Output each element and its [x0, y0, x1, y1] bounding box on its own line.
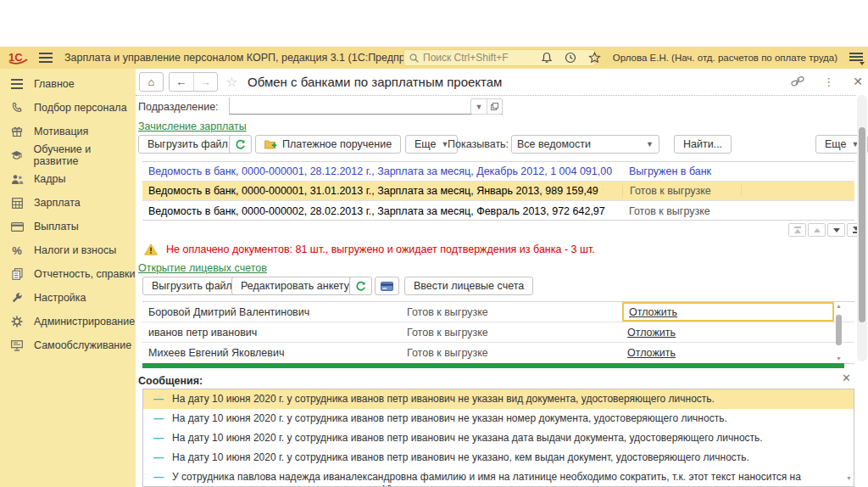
go-first-button[interactable] [788, 223, 806, 237]
message-item-selected[interactable]: — На дату 10 июня 2020 г. у сотрудника и… [143, 389, 854, 409]
favorites-star-icon[interactable] [588, 52, 601, 64]
employee-status: Готов к выгрузке [400, 306, 622, 318]
sidebar-item-kadry[interactable]: Кадры [0, 167, 136, 191]
statement-status: Готов к выгрузке [622, 205, 742, 217]
statement-row[interactable]: Ведомость в банк, 0000-000002, 28.02.201… [142, 201, 854, 221]
statement-status: Готов к выгрузке [622, 185, 742, 197]
graduation-cap-icon [10, 148, 24, 162]
sidebar-item-nastroika[interactable]: Настройка [0, 286, 136, 310]
sidebar-nav: Главное Подбор персонала Мотивация Обуче… [0, 69, 136, 487]
sidebar-item-otchetnost[interactable]: Отчетность, справки [0, 262, 136, 286]
department-open-icon[interactable] [487, 99, 502, 114]
statements-table: Ведомость в банк, 0000-000001, 28.12.201… [142, 161, 854, 221]
employee-status: Готов к выгрузке [400, 347, 622, 359]
close-form-icon[interactable]: ✕ [853, 75, 863, 88]
sidebar-item-obuchenie[interactable]: Обучение и развитие [0, 143, 136, 167]
more-menu-icon[interactable]: ⋮ [823, 76, 834, 88]
warning-icon [144, 244, 158, 255]
terminal-icon [10, 339, 24, 352]
message-item[interactable]: — На дату 10 июня 2020 г. у сотрудника и… [143, 409, 854, 428]
search-placeholder: Поиск Ctrl+Shift+F [423, 52, 509, 64]
statement-status: Выгружен в банк [622, 165, 742, 177]
message-dash-icon: — [153, 432, 172, 445]
forward-button[interactable]: → [194, 73, 218, 91]
sidebar-item-motivacia[interactable]: Мотивация [0, 120, 136, 143]
message-dash-icon: — [153, 471, 172, 484]
history-clock-icon[interactable] [565, 52, 576, 64]
department-dropdown-icon[interactable]: ▼ [471, 99, 487, 114]
edit-questionnaire-button[interactable]: Редактировать анкету [231, 277, 359, 295]
gift-icon [10, 125, 24, 138]
app-title: Зарплата и управление персоналом КОРП, р… [64, 52, 437, 64]
refresh-button[interactable] [229, 135, 252, 154]
messages-scroll-down-icon[interactable]: ▼ [846, 475, 852, 481]
messages-label: Сообщения: [138, 375, 203, 387]
form-scrollbar[interactable] [857, 95, 867, 361]
employees-table: Боровой Дмитрий Валентинович Готов к выг… [142, 301, 854, 364]
bank-exchange-form: ⌂ ← → ☆ Обмен с банками по зарплатным пр… [136, 69, 868, 487]
message-item[interactable]: — У сотрудника павлова надежда иваналекс… [143, 467, 854, 487]
find-button[interactable]: Найти... [674, 135, 732, 154]
message-item[interactable]: — На дату 10 июня 2020 г. у сотрудника и… [143, 448, 854, 467]
top-application-bar: 1С Зарплата и управление персоналом КОРП… [0, 47, 868, 69]
message-dash-icon: — [153, 393, 172, 406]
service-menu-icon[interactable] [849, 53, 863, 63]
employee-name: Боровой Дмитрий Валентинович [142, 306, 400, 318]
employee-row[interactable]: иванов петр иванович Готов к выгрузке От… [142, 322, 854, 343]
defer-cell-focused: Отложить [622, 302, 834, 322]
search-icon [409, 53, 419, 63]
statement-row-selected[interactable]: Ведомость в банк, 0000-000001, 31.01.201… [142, 182, 854, 201]
main-menu-icon[interactable] [39, 53, 53, 63]
sidebar-item-administrirovanie[interactable]: Администрирование [0, 310, 136, 333]
sidebar-item-glavnoe[interactable]: Главное [0, 72, 136, 96]
get-link-icon[interactable] [791, 76, 804, 87]
home-button[interactable]: ⌂ [139, 72, 164, 92]
bank-card-icon [10, 220, 24, 233]
notifications-bell-icon[interactable] [541, 52, 553, 64]
go-next-button[interactable] [827, 223, 845, 237]
accounts-opening-link[interactable]: Открытие лицевых счетов [138, 262, 267, 274]
sidebar-item-podbor-personala[interactable]: Подбор персонала [0, 96, 136, 120]
defer-link[interactable]: Отложить [627, 347, 676, 359]
accounts-toolbar: Выгрузить файл Редактировать анкету Ввес… [138, 277, 732, 297]
sidebar-item-zarplata[interactable]: Зарплата [0, 191, 136, 215]
show-filter-select[interactable]: Все ведомости▼ [511, 135, 659, 154]
message-item[interactable]: — На дату 10 июня 2020 г. у сотрудника и… [143, 428, 854, 448]
show-filter-label: Показывать: [448, 138, 509, 150]
form-scrollbar-thumb[interactable] [859, 127, 865, 322]
wrench-icon [10, 291, 24, 305]
refresh-button2[interactable] [349, 277, 372, 295]
employee-name: Михеев Евгений Яковлевич [142, 347, 400, 359]
statement-row[interactable]: Ведомость в банк, 0000-000001, 28.12.201… [142, 162, 854, 182]
department-label: Подразделение: [138, 101, 219, 113]
sidebar-item-vyplaty[interactable]: Выплаты [0, 215, 136, 238]
favorite-star-icon[interactable]: ☆ [225, 74, 237, 90]
back-button[interactable]: ← [170, 73, 194, 91]
employee-row[interactable]: Боровой Дмитрий Валентинович Готов к выг… [142, 302, 854, 322]
export-file-button[interactable]: Выгрузить файл [138, 135, 237, 154]
application-window: 1С Зарплата и управление персоналом КОРП… [0, 0, 868, 487]
percent-icon: % [10, 244, 24, 257]
sidebar-item-nalogi[interactable]: % Налоги и взносы [0, 238, 136, 262]
export-file-button2[interactable]: Выгрузить файл [142, 277, 242, 295]
unpaid-warning: Не оплачено документов: 81 шт., выгружен… [144, 244, 595, 255]
salary-crediting-link[interactable]: Зачисление зарплаты [138, 120, 247, 132]
card-print-button[interactable] [375, 277, 399, 295]
employees-table-scrollbar[interactable]: ▲ ▼ [834, 303, 843, 362]
messages-splitter-handle[interactable] [142, 363, 844, 368]
employee-row[interactable]: Михеев Евгений Яковлевич Готов к выгрузк… [142, 343, 854, 363]
documents-icon [10, 267, 24, 281]
department-input[interactable]: ▼ [229, 98, 503, 115]
defer-link[interactable]: Отложить [629, 306, 677, 318]
go-prev-button[interactable] [808, 223, 826, 237]
1c-logo-icon: 1С [7, 50, 29, 65]
messages-close-icon[interactable]: ✕ [842, 372, 851, 384]
calculator-icon [10, 196, 24, 210]
message-dash-icon: — [153, 451, 172, 464]
enter-accounts-button[interactable]: Ввести лицевые счета [404, 277, 533, 295]
current-user[interactable]: Орлова Е.Н. (Нач. отд. расчетов по оплат… [613, 53, 837, 63]
employee-name: иванов петр иванович [142, 327, 400, 339]
sidebar-item-samoobsluzhivanie[interactable]: Самообслуживание [0, 333, 136, 357]
payment-order-button[interactable]: Платежное поручение [255, 135, 401, 154]
defer-link[interactable]: Отложить [627, 327, 676, 339]
